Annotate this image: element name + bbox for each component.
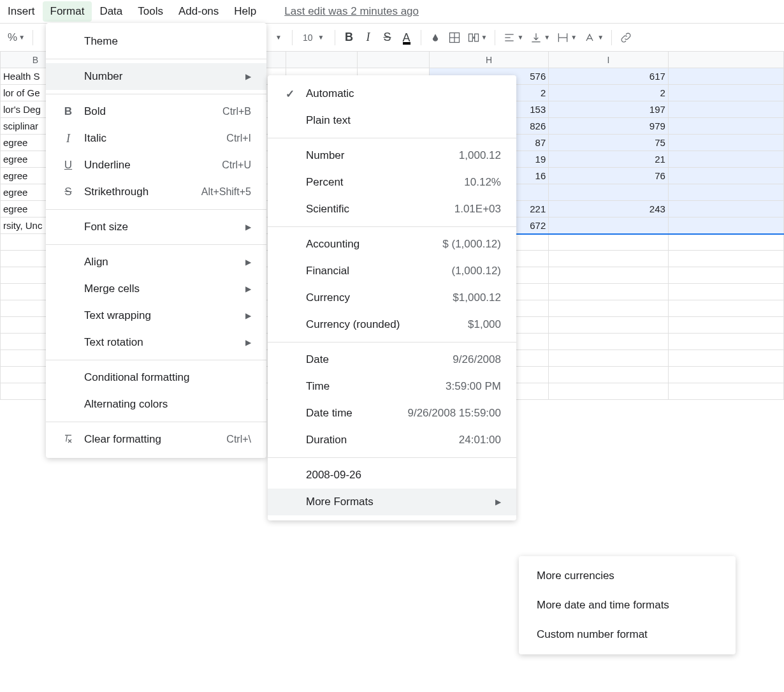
cell[interactable] [668, 201, 783, 217]
menu-item-font-size[interactable]: Font size ▶ [46, 214, 266, 240]
menu-item-conditional-formatting[interactable]: Conditional formatting [46, 364, 266, 391]
cell[interactable] [668, 68, 783, 85]
menu-label: 2008-09-26 [306, 469, 501, 482]
menu-item-date[interactable]: Date 9/26/2008 [268, 346, 516, 373]
cell[interactable] [668, 317, 783, 334]
cell[interactable] [668, 168, 783, 184]
cell[interactable] [668, 118, 783, 135]
cell[interactable] [668, 367, 783, 383]
menu-item-align[interactable]: Align ▶ [46, 249, 266, 276]
menu-item-accounting[interactable]: Accounting $ (1,000.12) [268, 231, 516, 258]
insert-link-button[interactable] [617, 29, 635, 47]
menu-insert[interactable]: Insert [0, 1, 43, 22]
cell[interactable] [668, 184, 783, 201]
menu-item-underline[interactable]: U Underline Ctrl+U [46, 152, 266, 179]
bold-button[interactable]: B [340, 29, 358, 47]
cell[interactable] [549, 334, 669, 350]
cell[interactable] [549, 234, 669, 251]
cell[interactable] [668, 251, 783, 267]
menu-item-plain-text[interactable]: Plain text [268, 107, 516, 134]
cell[interactable] [668, 85, 783, 101]
text-color-button[interactable]: A [398, 29, 416, 47]
menu-item-currency-rounded[interactable]: Currency (rounded) $1,000 [268, 311, 516, 338]
italic-button[interactable]: I [359, 29, 377, 47]
menu-tools[interactable]: Tools [130, 1, 171, 22]
menu-add-ons[interactable]: Add-ons [171, 1, 226, 22]
cell[interactable] [668, 334, 783, 350]
menu-format[interactable]: Format [43, 1, 92, 22]
menu-item-datetime[interactable]: Date time 9/26/2008 15:59:00 [268, 400, 516, 427]
font-family-dropdown[interactable]: ▼ [269, 29, 287, 47]
cell[interactable]: 76 [549, 168, 669, 184]
cell[interactable] [549, 251, 669, 267]
menu-item-scientific[interactable]: Scientific 1.01E+03 [268, 196, 516, 223]
cell[interactable] [549, 267, 669, 284]
cell[interactable] [668, 300, 783, 317]
menu-item-custom-date[interactable]: 2008-09-26 [268, 462, 516, 489]
merge-cells-button[interactable]: ▼ [465, 29, 490, 47]
column-header[interactable]: H [429, 52, 549, 68]
column-header[interactable] [358, 52, 430, 68]
menu-item-currency[interactable]: Currency $1,000.12 [268, 284, 516, 311]
cell[interactable] [549, 184, 669, 201]
cell[interactable] [549, 284, 669, 300]
horizontal-align-button[interactable]: ▼ [500, 29, 526, 47]
menu-item-alternating-colors[interactable]: Alternating colors [46, 391, 266, 418]
cell[interactable] [668, 284, 783, 300]
cell[interactable]: 2 [549, 85, 669, 101]
cell[interactable] [668, 101, 783, 118]
menu-item-percent[interactable]: Percent 10.12% [268, 169, 516, 196]
column-header[interactable] [286, 52, 358, 68]
cell[interactable] [549, 383, 669, 400]
last-edit-link[interactable]: Last edit was 2 minutes ago [284, 5, 419, 18]
menu-item-text-wrapping[interactable]: Text wrapping ▶ [46, 302, 266, 329]
cell[interactable] [549, 367, 669, 383]
cell[interactable]: 243 [549, 201, 669, 217]
menu-item-automatic[interactable]: Automatic [268, 80, 516, 107]
menu-item-bold[interactable]: B Bold Ctrl+B [46, 98, 266, 125]
menu-item-number[interactable]: Number ▶ [46, 63, 266, 90]
cell[interactable] [549, 350, 669, 367]
strikethrough-button[interactable]: S [379, 29, 396, 47]
cell[interactable] [668, 217, 783, 234]
menu-item-clear-formatting[interactable]: Clear formatting Ctrl+\ [46, 426, 266, 453]
cell[interactable]: 617 [549, 68, 669, 85]
fill-color-button[interactable] [426, 29, 444, 47]
menu-item-custom-number-format[interactable]: Custom number format [519, 620, 736, 649]
menu-item-more-formats[interactable]: More Formats ▶ [268, 489, 516, 515]
cell[interactable] [668, 267, 783, 284]
vertical-align-button[interactable]: ▼ [527, 29, 553, 47]
cell[interactable] [549, 300, 669, 317]
menu-item-duration[interactable]: Duration 24:01:00 [268, 427, 516, 453]
menu-item-theme[interactable]: Theme [46, 28, 266, 55]
cell[interactable] [668, 350, 783, 367]
text-wrap-button[interactable]: ▼ [554, 29, 579, 47]
menu-item-text-rotation[interactable]: Text rotation ▶ [46, 329, 266, 356]
menu-item-italic[interactable]: I Italic Ctrl+I [46, 125, 266, 152]
borders-button[interactable] [446, 29, 463, 47]
text-rotation-button[interactable]: ▼ [581, 29, 606, 47]
cell[interactable]: 75 [549, 135, 669, 151]
cell[interactable] [668, 234, 783, 251]
cell[interactable]: 979 [549, 118, 669, 135]
menu-item-more-currencies[interactable]: More currencies [519, 561, 736, 591]
menu-item-time[interactable]: Time 3:59:00 PM [268, 373, 516, 400]
cell[interactable] [668, 151, 783, 168]
percent-format-button[interactable]: % ▼ [5, 29, 27, 47]
cell[interactable]: 21 [549, 151, 669, 168]
cell[interactable] [668, 135, 783, 151]
menu-item-merge-cells[interactable]: Merge cells ▶ [46, 276, 266, 302]
menu-help[interactable]: Help [226, 1, 264, 22]
cell[interactable]: 197 [549, 101, 669, 118]
menu-item-financial[interactable]: Financial (1,000.12) [268, 258, 516, 284]
menu-item-strikethrough[interactable]: S Strikethrough Alt+Shift+5 [46, 179, 266, 205]
menu-data[interactable]: Data [92, 1, 130, 22]
menu-item-more-date-time-formats[interactable]: More date and time formats [519, 591, 736, 620]
cell[interactable] [668, 383, 783, 400]
column-header[interactable]: I [549, 52, 669, 68]
menu-item-number[interactable]: Number 1,000.12 [268, 142, 516, 169]
cell[interactable] [549, 317, 669, 334]
font-size-select[interactable]: 10 ▼ [298, 33, 329, 43]
column-header[interactable] [668, 52, 783, 68]
cell[interactable] [549, 217, 669, 234]
